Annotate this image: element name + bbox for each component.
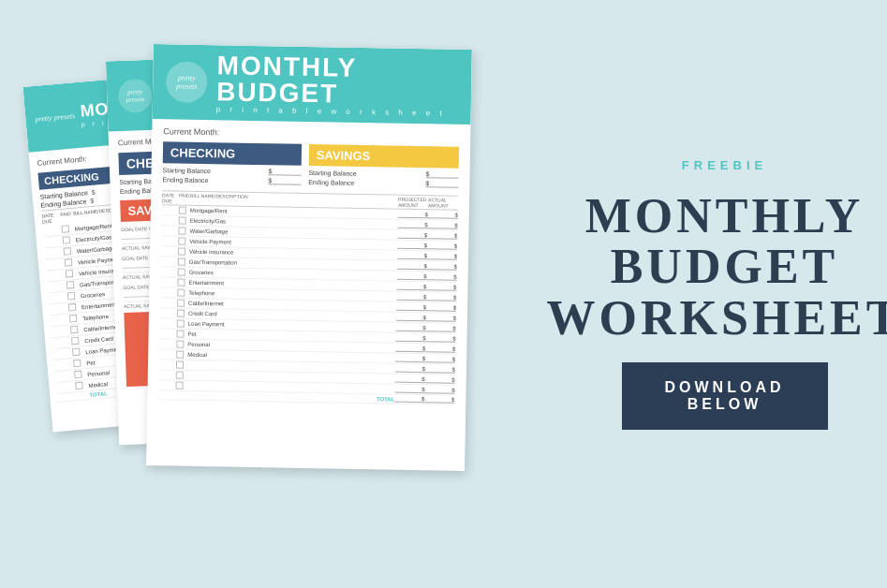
main-title-line2: BUDGET (611, 240, 839, 293)
two-col-section: CHECKING Starting Balance $ Ending Balan… (162, 141, 459, 190)
checking-start-front: Starting Balance $ (163, 166, 302, 176)
main-title-line1: MONTHLY (585, 189, 865, 243)
freebie-label: FREEBIE (682, 158, 767, 172)
savings-start-front: Starting Balance $ (308, 169, 458, 179)
big-title-front: MONTHLY BUDGET (216, 52, 459, 109)
checking-end-front: Ending Balance $ (162, 175, 301, 185)
worksheets-area: pretty presets MONTHLY BUDGET p r i n t … (0, 0, 562, 588)
savings-title-front: SAVINGS (309, 144, 460, 169)
checking-col: CHECKING Starting Balance $ Ending Balan… (162, 141, 302, 187)
main-title-line3: WORKSHEET (547, 291, 887, 345)
worksheet-card-front: prettypresets MONTHLY BUDGET p r i n t a… (146, 44, 472, 471)
savings-end-front: Ending Balance $ (308, 178, 458, 188)
download-line1: DOWNLOAD (656, 379, 794, 396)
main-container: pretty presets MONTHLY BUDGET p r i n t … (0, 0, 887, 588)
current-month-front: Current Month: (163, 126, 459, 141)
checking-title-front: CHECKING (163, 141, 302, 166)
main-title: MONTHLY BUDGET WORKSHEET (547, 191, 887, 345)
header-text-front: MONTHLY BUDGET p r i n t a b l e w o r k… (216, 52, 459, 117)
card-front-body: Current Month: CHECKING Starting Balance… (147, 119, 470, 413)
logo-circle-front: prettypresets (166, 61, 208, 103)
logo-circle-mid: prettypresets (118, 78, 153, 112)
right-side: FREEBIE MONTHLY BUDGET WORKSHEET DOWNLOA… (562, 0, 887, 588)
card-front-header: prettypresets MONTHLY BUDGET p r i n t a… (153, 44, 472, 125)
logo-small: pretty presets (35, 111, 75, 124)
savings-col: SAVINGS Starting Balance $ Ending Balanc… (308, 144, 459, 190)
download-button[interactable]: DOWNLOAD BELOW (622, 362, 828, 430)
download-line2: BELOW (656, 396, 794, 413)
